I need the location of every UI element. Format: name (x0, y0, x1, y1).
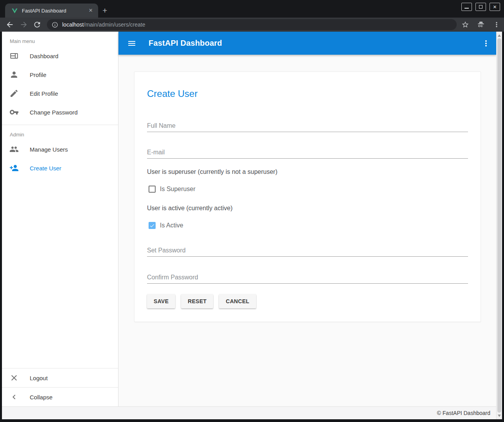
copyright-text: © FastAPI Dashboard (437, 410, 490, 416)
browser-tabstrip: FastAPI Dashboard ✕ + ✕ (0, 0, 504, 18)
page-title: Create User (147, 88, 468, 99)
sidebar-item-create-user[interactable]: Create User (2, 159, 118, 177)
sidebar-item-dashboard[interactable]: Dashboard (2, 46, 118, 65)
main-area: FastAPI Dashboard Create User Full Name … (118, 32, 496, 406)
field-underline (147, 158, 468, 159)
full-name-field[interactable]: Full Name (147, 122, 468, 132)
sidebar-item-label: Collapse (30, 394, 52, 401)
sidebar-item-collapse[interactable]: Collapse (2, 388, 118, 406)
sidebar-item-label: Profile (30, 72, 47, 78)
sidebar-item-profile[interactable]: Profile (2, 65, 118, 84)
sidebar-item-label: Dashboard (30, 53, 58, 59)
people-icon (9, 145, 19, 154)
dashboard-icon (9, 51, 19, 61)
sidebar-item-manage-users[interactable]: Manage Users (2, 140, 118, 159)
sidebar-item-label: Edit Profile (30, 90, 58, 97)
vue-favicon-icon (11, 7, 18, 14)
form-buttons: SAVE RESET CANCEL (147, 294, 468, 308)
address-bar[interactable]: localhost/main/admin/users/create (47, 19, 457, 30)
is-superuser-label: Is Superuser (160, 186, 196, 193)
tab-close-icon[interactable]: ✕ (87, 7, 94, 14)
browser-toolbar: localhost/main/admin/users/create (0, 18, 504, 32)
browser-tab[interactable]: FastAPI Dashboard ✕ (5, 4, 98, 18)
full-name-label: Full Name (147, 122, 468, 129)
is-superuser-checkbox-row[interactable]: Is Superuser (149, 186, 468, 193)
scrollbar-up-arrow-icon[interactable] (497, 32, 502, 38)
window-maximize-button[interactable] (475, 3, 486, 11)
forward-icon[interactable] (20, 20, 28, 29)
key-icon (9, 107, 19, 117)
scrollbar-down-arrow-icon[interactable] (497, 413, 502, 418)
url-path: /main/admin/users/create (84, 21, 145, 28)
is-active-label: Is Active (160, 222, 183, 229)
tab-title: FastAPI Dashboard (22, 8, 87, 14)
sidebar-item-label: Manage Users (30, 146, 68, 153)
field-underline (147, 132, 468, 132)
email-label: E-mail (147, 149, 468, 156)
create-user-card: Create User Full Name E-mail User is sup… (134, 72, 481, 322)
sidebar-item-change-password[interactable]: Change Password (2, 103, 118, 122)
toolbar-right (461, 21, 500, 29)
sidebar-item-label: Logout (30, 375, 48, 381)
sidebar-item-label: Create User (30, 165, 61, 172)
appbar-kebab-icon[interactable] (481, 39, 491, 48)
confirm-password-field[interactable]: Confirm Password (147, 274, 468, 284)
page-viewport: Main menu Dashboard Profile Edit Profile (2, 32, 502, 419)
page-footer: © FastAPI Dashboard (2, 406, 502, 419)
vertical-scrollbar[interactable] (496, 32, 502, 419)
field-underline (147, 256, 468, 257)
person-add-icon (9, 163, 19, 173)
email-field[interactable]: E-mail (147, 149, 468, 159)
refresh-icon[interactable] (33, 20, 41, 29)
new-tab-button[interactable]: + (102, 6, 107, 14)
cancel-button[interactable]: CANCEL (219, 294, 256, 308)
incognito-icon (477, 21, 485, 29)
is-active-checkbox[interactable] (149, 222, 156, 229)
url-text: localhost/main/admin/users/create (62, 21, 145, 28)
url-host: localhost (62, 21, 84, 28)
appbar-title: FastAPI Dashboard (149, 39, 222, 48)
confirm-password-label: Confirm Password (147, 274, 468, 281)
window-minimize-button[interactable] (461, 3, 472, 11)
appbar: FastAPI Dashboard (118, 32, 496, 55)
sidebar-item-logout[interactable]: Logout (2, 368, 118, 387)
reset-button[interactable]: RESET (181, 294, 213, 308)
window-controls: ✕ (461, 3, 500, 11)
sidebar-spacer (2, 177, 118, 368)
window-close-button[interactable]: ✕ (490, 3, 500, 11)
sidebar-section-main-menu: Main menu (2, 32, 118, 46)
active-hint: User is active (currently active) (147, 205, 468, 212)
superuser-hint: User is superuser (currently is not a su… (147, 168, 468, 175)
scrollbar-thumb[interactable] (497, 38, 501, 413)
save-button[interactable]: SAVE (147, 294, 175, 308)
check-icon (149, 223, 155, 229)
set-password-label: Set Password (147, 247, 468, 254)
set-password-field[interactable]: Set Password (147, 247, 468, 257)
back-icon[interactable] (5, 20, 14, 29)
sidebar-item-edit-profile[interactable]: Edit Profile (2, 84, 118, 103)
sidebar-section-admin: Admin (2, 125, 118, 140)
sidebar: Main menu Dashboard Profile Edit Profile (2, 32, 118, 406)
hamburger-menu-icon[interactable] (127, 39, 136, 48)
chevron-left-icon (9, 392, 19, 402)
pencil-icon (9, 89, 19, 98)
site-info-icon[interactable] (52, 21, 58, 28)
is-superuser-checkbox[interactable] (149, 186, 156, 193)
browser-menu-kebab-icon[interactable] (493, 21, 500, 29)
person-icon (9, 70, 19, 79)
field-underline (147, 283, 468, 284)
is-active-checkbox-row[interactable]: Is Active (149, 222, 468, 229)
content-area: Create User Full Name E-mail User is sup… (118, 55, 496, 406)
bookmark-star-icon[interactable] (461, 21, 469, 29)
sidebar-item-label: Change Password (30, 109, 78, 116)
close-icon (9, 373, 19, 383)
